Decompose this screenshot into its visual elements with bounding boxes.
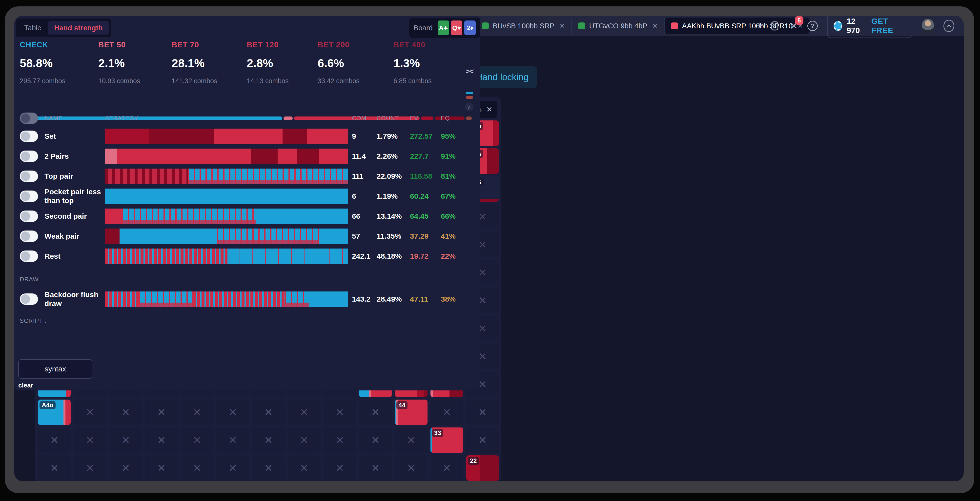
- toggle-all[interactable]: [20, 113, 38, 124]
- matrix-cell-empty[interactable]: ✕: [395, 428, 428, 453]
- notes-icon[interactable]: [769, 21, 780, 31]
- matrix-cell-empty[interactable]: ✕: [216, 455, 249, 481]
- not-in-range-icon: ✕: [157, 434, 166, 446]
- action-bet-120[interactable]: BET 1202.8%14.13 combos: [247, 40, 289, 85]
- close-tab-icon[interactable]: ✕: [558, 22, 565, 30]
- row-strategy-bar: [105, 249, 348, 264]
- matrix-cell-empty[interactable]: ✕: [181, 400, 213, 425]
- not-in-range-icon: ✕: [336, 462, 344, 474]
- row-eq: 67%: [441, 192, 464, 200]
- matrix-cell-empty[interactable]: ✕: [181, 455, 213, 481]
- matrix-cell-empty[interactable]: ✕: [73, 455, 106, 481]
- matrix-cell-empty[interactable]: ✕: [73, 400, 106, 425]
- row-count: 11.35%: [377, 232, 410, 240]
- row-com: 111: [352, 172, 377, 181]
- action-check[interactable]: CHECK58.8%295.77 combos: [20, 40, 65, 85]
- not-in-range-icon: ✕: [157, 406, 166, 418]
- matrix-cell-empty[interactable]: ✕: [395, 455, 428, 481]
- board-card-A♣[interactable]: A♣: [438, 21, 449, 35]
- board-card-Q♥[interactable]: Q♥: [451, 21, 462, 35]
- matrix-cell-empty[interactable]: ✕: [323, 455, 356, 481]
- matrix-cell-A4o[interactable]: A4o: [38, 400, 71, 425]
- matrix-cell-empty[interactable]: ✕: [216, 428, 249, 453]
- solver-jobs-icon[interactable]: ✕ 5: [789, 20, 798, 32]
- matrix-cell-empty[interactable]: ✕: [288, 428, 320, 453]
- action-label: BET 200: [318, 40, 360, 49]
- row-toggle[interactable]: [20, 293, 38, 305]
- credits-wallet[interactable]: 12 970 GET FREE: [827, 16, 913, 38]
- matrix-cell-22[interactable]: 22: [466, 455, 499, 481]
- matrix-cell-empty[interactable]: ✕: [252, 455, 285, 481]
- clear-suit-filter-icon[interactable]: ✕: [486, 105, 492, 114]
- action-bet-200[interactable]: BET 2006.6%33.42 combos: [318, 40, 360, 85]
- close-tab-icon[interactable]: ✕: [651, 22, 658, 30]
- matrix-cell-empty[interactable]: ✕: [110, 400, 142, 425]
- info-icon[interactable]: i: [465, 103, 473, 111]
- row-toggle[interactable]: [20, 230, 38, 242]
- tab-table[interactable]: Table: [18, 21, 48, 35]
- table-row-rest: Rest242.148.18%19.7222%: [20, 246, 472, 266]
- matrix-cell-empty[interactable]: ✕: [288, 400, 320, 425]
- syntax-button[interactable]: syntax: [18, 359, 92, 379]
- get-free-link[interactable]: GET FREE: [871, 17, 906, 35]
- matrix-cell-44[interactable]: 44: [395, 400, 428, 425]
- matrix-cell-empty[interactable]: ✕: [466, 428, 499, 453]
- row-toggle[interactable]: [20, 130, 38, 142]
- row-toggle[interactable]: [20, 171, 38, 182]
- matrix-cell-empty[interactable]: ✕: [110, 428, 142, 453]
- board-card-2♦[interactable]: 2♦: [464, 21, 476, 35]
- matrix-cell-empty[interactable]: ✕: [431, 400, 463, 425]
- matrix-cell-empty[interactable]: ✕: [38, 455, 71, 481]
- row-toggle[interactable]: [20, 211, 38, 222]
- matrix-cell-empty[interactable]: ✕: [252, 400, 285, 425]
- spot-tab-5[interactable]: BUvSB 100bb SRP✕: [476, 18, 572, 34]
- col-ev: EV: [410, 115, 441, 122]
- row-toggle[interactable]: [20, 190, 38, 202]
- collapse-header-icon[interactable]: [943, 20, 954, 32]
- matrix-cell-empty[interactable]: ✕: [252, 428, 285, 453]
- matrix-cell-empty[interactable]: ✕: [145, 400, 178, 425]
- matrix-cell-empty[interactable]: ✕: [323, 400, 356, 425]
- action-bet-50[interactable]: BET 502.1%10.93 combos: [98, 40, 140, 85]
- not-in-range-icon: ✕: [157, 462, 166, 474]
- row-eq: 38%: [441, 295, 464, 303]
- matrix-cell-empty[interactable]: ✕: [466, 400, 499, 425]
- notification-badge: 5: [795, 16, 803, 25]
- help-icon[interactable]: ?: [807, 21, 818, 31]
- matrix-cell-empty[interactable]: ✕: [359, 428, 392, 453]
- matrix-cell-empty[interactable]: ✕: [38, 428, 71, 453]
- row-com: 66: [352, 212, 377, 220]
- matrix-cell-empty[interactable]: ✕: [323, 428, 356, 453]
- row-ev: 64.45: [410, 212, 441, 220]
- matrix-cell-empty[interactable]: ✕: [181, 428, 213, 453]
- matrix-cell-empty[interactable]: ✕: [216, 400, 249, 425]
- draw-rows: Backdoor flush draw143.228.49%47.1138%: [20, 289, 472, 309]
- hand-label: 33: [432, 429, 443, 437]
- row-toggle[interactable]: [20, 251, 38, 262]
- matrix-cell-empty[interactable]: ✕: [359, 455, 392, 481]
- action-bet-400[interactable]: BET 4001.3%6.85 combos: [393, 40, 432, 85]
- not-in-range-icon: ✕: [442, 406, 451, 418]
- matrix-cell-empty[interactable]: ✕: [110, 455, 142, 481]
- not-in-range-icon: ✕: [478, 406, 487, 418]
- tab-label: BUvSB 100bb SRP: [493, 22, 554, 30]
- matrix-cell-empty[interactable]: ✕: [359, 400, 392, 425]
- collapse-panel-icon[interactable]: ><: [466, 67, 473, 76]
- action-bet-70[interactable]: BET 7028.1%141.32 combos: [172, 40, 217, 85]
- board-cards: A♣Q♥2♦: [438, 21, 476, 35]
- matrix-cell-empty[interactable]: ✕: [145, 428, 178, 453]
- row-ev: 272.57: [410, 132, 441, 140]
- row-toggle[interactable]: [20, 151, 38, 162]
- clear-button[interactable]: clear: [18, 382, 33, 389]
- not-in-range-icon: ✕: [192, 434, 201, 446]
- spot-tab-6[interactable]: UTGvCO 9bb 4bP✕: [572, 18, 665, 34]
- matrix-cell-empty[interactable]: ✕: [73, 428, 106, 453]
- board-box[interactable]: Board A♣Q♥2♦: [409, 18, 480, 38]
- matrix-cell-empty[interactable]: ✕: [431, 455, 463, 481]
- tab-hand-strength[interactable]: Hand strength: [48, 21, 109, 35]
- new-tab-button[interactable]: +: [757, 20, 763, 32]
- matrix-cell-empty[interactable]: ✕: [288, 455, 320, 481]
- matrix-cell-33[interactable]: 33: [431, 428, 463, 453]
- avatar[interactable]: [922, 19, 934, 33]
- matrix-cell-empty[interactable]: ✕: [145, 455, 178, 481]
